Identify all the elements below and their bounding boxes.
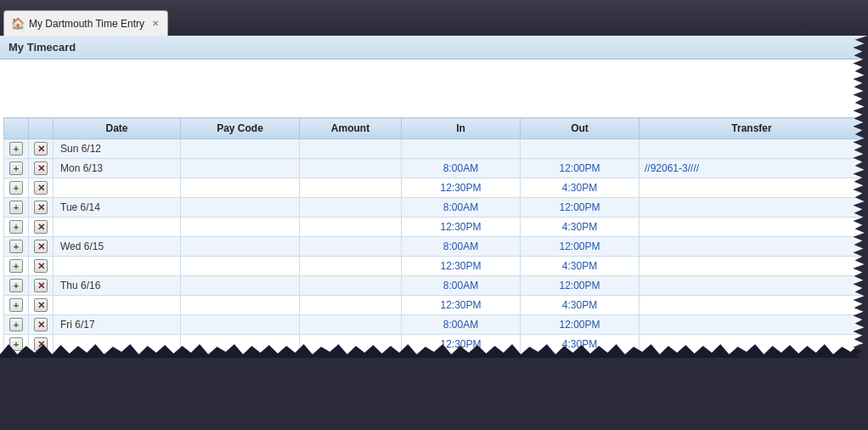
add-row-button[interactable]: + <box>9 181 23 195</box>
remove-row-button[interactable]: ✕ <box>34 142 48 156</box>
date-cell: Sun 6/12 <box>54 139 181 159</box>
paycode-cell <box>181 159 300 178</box>
paycode-cell <box>181 139 300 159</box>
app-window: 🏠 My Dartmouth Time Entry ✕ My Timecard … <box>0 0 868 430</box>
col-in: In <box>402 118 521 139</box>
home-icon: 🏠 <box>11 17 25 30</box>
in-time-cell: 8:00AM <box>402 315 521 335</box>
remove-row-button[interactable]: ✕ <box>34 318 48 331</box>
transfer-cell <box>640 315 865 335</box>
add-row-button[interactable]: + <box>9 318 23 331</box>
add-row-button[interactable]: + <box>9 220 23 234</box>
remove-row-button[interactable]: ✕ <box>34 220 48 234</box>
out-time-cell: 4:30PM <box>521 218 640 237</box>
section-header: My Timecard <box>0 36 868 59</box>
remove-row-button[interactable]: ✕ <box>34 259 48 273</box>
in-time-cell: 12:30PM <box>402 296 521 315</box>
transfer-cell <box>640 276 865 296</box>
out-time-cell: 12:00PM <box>521 198 640 218</box>
add-row-button[interactable]: + <box>9 201 23 214</box>
out-time-cell: 12:00PM <box>521 315 640 335</box>
add-row-button[interactable]: + <box>9 259 23 273</box>
out-time-cell: 4:30PM <box>521 257 640 276</box>
timecard-table: Date Pay Code Amount In Out <box>3 117 865 354</box>
paycode-cell <box>181 276 300 296</box>
add-row-button[interactable]: + <box>9 142 23 156</box>
amount-cell <box>300 198 402 218</box>
date-cell: Wed 6/15 <box>54 237 181 257</box>
title-bar: 🏠 My Dartmouth Time Entry ✕ <box>0 0 868 36</box>
remove-row-button[interactable]: ✕ <box>34 279 48 292</box>
add-row-button[interactable]: + <box>9 240 23 253</box>
paycode-cell <box>181 218 300 237</box>
col-out: Out <box>521 118 640 139</box>
paycode-cell <box>181 296 300 315</box>
table-row: +✕Mon 6/138:00AM12:00PM//92061-3//// <box>4 159 865 178</box>
table-row: +✕12:30PM4:30PM <box>4 178 865 198</box>
date-cell <box>54 218 181 237</box>
remove-row-button[interactable]: ✕ <box>34 181 48 195</box>
transfer-cell <box>640 178 865 198</box>
table-row: +✕12:30PM4:30PM <box>4 218 865 237</box>
col-amount: Amount <box>300 118 402 139</box>
out-time-cell: 4:30PM <box>521 296 640 315</box>
in-time-cell: 12:30PM <box>402 178 521 198</box>
out-time-cell <box>521 139 640 159</box>
paycode-cell <box>181 315 300 335</box>
table-row: +✕12:30PM4:30PM <box>4 296 865 315</box>
amount-cell <box>300 315 402 335</box>
amount-cell <box>300 237 402 257</box>
out-time-cell: 4:30PM <box>521 178 640 198</box>
tab-close-icon[interactable]: ✕ <box>152 19 159 28</box>
table-row: +✕Fri 6/178:00AM12:00PM <box>4 315 865 335</box>
paycode-cell <box>181 198 300 218</box>
amount-cell <box>300 276 402 296</box>
remove-row-button[interactable]: ✕ <box>34 298 48 312</box>
in-time-cell <box>402 139 521 159</box>
transfer-cell <box>640 257 865 276</box>
date-cell: Mon 6/13 <box>54 159 181 178</box>
date-cell <box>54 257 181 276</box>
main-content: My Timecard Date Pay Code <box>0 36 868 358</box>
amount-cell <box>300 139 402 159</box>
tab-label: My Dartmouth Time Entry <box>29 18 144 30</box>
date-cell: Fri 6/17 <box>54 315 181 335</box>
date-cell <box>54 296 181 315</box>
in-time-cell: 8:00AM <box>402 198 521 218</box>
date-cell <box>54 178 181 198</box>
table-row: +✕Sun 6/12 <box>4 139 865 159</box>
in-time-cell: 8:00AM <box>402 159 521 178</box>
in-time-cell: 12:30PM <box>402 218 521 237</box>
remove-row-button[interactable]: ✕ <box>34 240 48 253</box>
out-time-cell: 12:00PM <box>521 237 640 257</box>
add-row-button[interactable]: + <box>9 298 23 312</box>
transfer-cell: //92061-3//// <box>640 159 865 178</box>
transfer-cell <box>640 198 865 218</box>
col-paycode: Pay Code <box>181 118 300 139</box>
col-remove <box>29 118 54 139</box>
transfer-cell <box>640 139 865 159</box>
remove-row-button[interactable]: ✕ <box>34 161 48 175</box>
timecard-area: Date Pay Code Amount In Out <box>0 59 868 358</box>
paycode-cell <box>181 237 300 257</box>
amount-cell <box>300 218 402 237</box>
table-row: +✕Wed 6/158:00AM12:00PM <box>4 237 865 257</box>
date-cell: Thu 6/16 <box>54 276 181 296</box>
out-time-cell: 12:00PM <box>521 276 640 296</box>
table-row: +✕Thu 6/168:00AM12:00PM <box>4 276 865 296</box>
app-tab[interactable]: 🏠 My Dartmouth Time Entry ✕ <box>3 10 168 36</box>
remove-row-button[interactable]: ✕ <box>34 201 48 214</box>
in-time-cell: 8:00AM <box>402 276 521 296</box>
paycode-cell <box>181 257 300 276</box>
col-date: Date <box>54 118 181 139</box>
table-row: +✕Tue 6/148:00AM12:00PM <box>4 198 865 218</box>
transfer-cell <box>640 296 865 315</box>
transfer-cell <box>640 218 865 237</box>
paycode-cell <box>181 178 300 198</box>
add-row-button[interactable]: + <box>9 279 23 292</box>
section-title: My Timecard <box>8 41 76 54</box>
table-header-row: Date Pay Code Amount In Out <box>4 118 865 139</box>
amount-cell <box>300 159 402 178</box>
amount-cell <box>300 296 402 315</box>
add-row-button[interactable]: + <box>9 161 23 175</box>
